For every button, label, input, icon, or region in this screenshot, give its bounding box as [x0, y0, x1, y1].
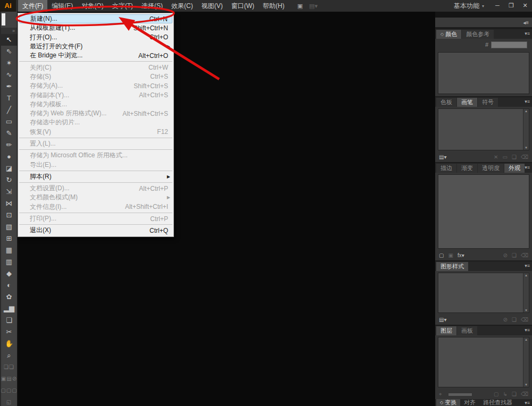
blob-brush-tool[interactable]: ● — [1, 151, 17, 163]
new-brush-icon[interactable]: ❏ — [512, 153, 517, 162]
color-none-buttons[interactable]: ▣▤⊘ — [1, 373, 17, 385]
color-content-area[interactable] — [438, 52, 529, 94]
blend-tool[interactable]: ◐ — [1, 280, 17, 291]
hex-input[interactable] — [491, 41, 527, 48]
menu-item-new[interactable]: 新建(N)...Ctrl+N — [19, 14, 172, 23]
locate-object-icon[interactable]: ⌖ — [439, 390, 442, 399]
perspective-grid-tool[interactable]: ⊞ — [1, 233, 17, 244]
screen-mode-button[interactable]: ◱ — [1, 396, 17, 406]
tab-layers[interactable]: 图层 — [436, 326, 456, 335]
menu-effect[interactable]: 效果(C) — [167, 0, 197, 12]
toolbar-grip[interactable] — [2, 13, 5, 26]
layers-content-area[interactable]: ▲▼ — [438, 337, 529, 387]
panel-menu-icon[interactable]: ▾≡ — [525, 400, 530, 405]
document-layout-menu-icon[interactable]: ▤▾ — [309, 3, 318, 10]
menu-item-save-selected-slices[interactable]: 存储选中的切片... — [18, 118, 173, 127]
panel-menu-icon[interactable]: ▾≡ — [525, 327, 530, 333]
menu-item-scripts[interactable]: 脚本(R)▶ — [18, 172, 173, 181]
menu-item-save-a-copy[interactable]: 存储副本(Y)...Alt+Ctrl+S — [18, 90, 173, 99]
magic-wand-tool[interactable]: ✶ — [1, 57, 17, 69]
free-transform-tool[interactable]: ⊡ — [1, 209, 17, 221]
arrange-documents-icon[interactable]: ▣ — [297, 3, 303, 10]
tab-graphic-styles[interactable]: 图形样式 — [436, 262, 468, 271]
paintbrush-tool[interactable]: ✎ — [1, 128, 17, 139]
zoom-tool[interactable]: ⌕ — [1, 350, 17, 361]
scale-tool[interactable]: ⇲ — [1, 186, 17, 198]
clear-appearance-icon[interactable]: ⊘ — [503, 251, 508, 260]
menu-item-open[interactable]: 打开(O)...Ctrl+O — [18, 33, 173, 42]
scroll-up-icon[interactable]: ▲ — [525, 274, 528, 277]
panel-menu-icon[interactable]: ▾≡ — [525, 31, 530, 36]
menu-item-file-info[interactable]: 文件信息(I)...Alt+Shift+Ctrl+I — [18, 202, 173, 212]
menu-type[interactable]: 文字(T) — [108, 0, 137, 12]
style-libraries-icon[interactable]: ▤▾ — [439, 315, 446, 325]
menu-item-exit[interactable]: 退出(X)Ctrl+Q — [18, 226, 173, 235]
menu-item-close[interactable]: 关闭(C)Ctrl+W — [18, 63, 173, 72]
make-mask-icon[interactable]: ▢ — [494, 390, 498, 399]
slice-tool[interactable]: ✂ — [1, 326, 17, 338]
tab-gradient[interactable]: 渐变 — [457, 164, 477, 173]
tab-stroke[interactable]: 描边 — [436, 164, 456, 173]
break-link-icon[interactable]: ⊘ — [503, 315, 508, 325]
eraser-tool[interactable]: ◪ — [1, 163, 17, 174]
selection-tool[interactable]: ↖ — [1, 34, 17, 46]
menu-object[interactable]: 对象(O) — [77, 0, 107, 12]
delete-brush-icon[interactable]: ⌫ — [521, 153, 528, 162]
scroll-up-icon[interactable]: ▲ — [525, 109, 528, 113]
tab-brushes[interactable]: 画笔 — [457, 98, 477, 107]
menu-file[interactable]: 文件(F) — [18, 0, 47, 12]
brush-libraries-icon[interactable]: ▤▾ — [439, 153, 446, 162]
artboard-tool[interactable]: ❏ — [1, 315, 17, 326]
styles-content-area[interactable]: ▲▼ — [438, 273, 529, 313]
lasso-tool[interactable]: ∿ — [1, 69, 17, 81]
menu-item-document-color-mode[interactable]: 文档颜色模式(M)▶ — [18, 193, 173, 202]
delete-style-icon[interactable]: ⌫ — [521, 315, 528, 325]
remove-brush-stroke-icon[interactable]: ✕ — [494, 153, 498, 162]
rectangle-tool[interactable]: ▭ — [1, 116, 17, 128]
scroll-up-icon[interactable]: ▲ — [525, 338, 528, 341]
direct-selection-tool[interactable]: ⇖ — [1, 46, 17, 57]
panel-menu-icon[interactable]: ▾≡ — [525, 99, 530, 104]
width-tool[interactable]: ⋈ — [1, 198, 17, 209]
gradient-tool[interactable]: ▥ — [1, 256, 17, 268]
horizontal-scrollbar[interactable] — [448, 393, 472, 396]
delete-layer-icon[interactable]: ⌫ — [521, 390, 528, 399]
restore-button[interactable]: ❐ — [504, 0, 518, 12]
new-layer-icon[interactable]: ❏ — [512, 390, 517, 399]
menu-item-export[interactable]: 导出(E)... — [18, 160, 173, 169]
add-effect-icon[interactable]: fx▾ — [458, 251, 464, 260]
pen-tool[interactable]: ✒ — [1, 81, 17, 92]
menu-item-save-for-web[interactable]: 存储为 Web 所用格式(W)...Alt+Shift+Ctrl+S — [18, 109, 173, 118]
scroll-down-icon[interactable]: ▼ — [525, 383, 528, 386]
tab-color[interactable]: ◇颜色 — [436, 30, 461, 39]
rotate-tool[interactable]: ↻ — [1, 174, 17, 186]
tab-appearance[interactable]: 外观 — [504, 164, 525, 173]
delete-item-icon[interactable]: ⌫ — [521, 251, 528, 260]
menu-item-save-for-office[interactable]: 存储为 Microsoft Office 所用格式... — [18, 151, 173, 160]
hand-tool[interactable]: ✋ — [1, 338, 17, 350]
type-tool[interactable]: T — [1, 92, 17, 104]
fill-stroke-indicator[interactable]: ❏❏ — [1, 361, 17, 373]
duplicate-item-icon[interactable]: ❏ — [512, 251, 517, 260]
eyedropper-tool[interactable]: ◆ — [1, 268, 17, 280]
brush-options-icon[interactable]: ▭ — [502, 153, 507, 162]
tab-color-guide[interactable]: 颜色参考 — [462, 30, 494, 39]
tab-swatches[interactable]: 色板 — [436, 98, 456, 107]
menu-item-place[interactable]: 置入(L)... — [18, 139, 173, 148]
minimize-button[interactable]: ─ — [491, 0, 504, 12]
drawing-mode-buttons[interactable]: ▢▢▢ — [1, 385, 17, 396]
panel-menu-icon[interactable]: ▾≡ — [525, 263, 530, 268]
line-segment-tool[interactable]: ╱ — [1, 104, 17, 116]
menu-select[interactable]: 选择(S) — [137, 0, 167, 12]
column-graph-tool[interactable]: ▂▆ — [1, 303, 17, 315]
symbol-sprayer-tool[interactable]: ✿ — [1, 291, 17, 303]
menu-item-document-setup[interactable]: 文档设置(D)...Alt+Ctrl+P — [18, 184, 173, 193]
scroll-down-icon[interactable]: ▼ — [525, 146, 528, 149]
close-button[interactable]: ✕ — [518, 0, 532, 12]
menu-item-revert[interactable]: 恢复(V)F12 — [18, 128, 173, 137]
menu-view[interactable]: 视图(V) — [197, 0, 227, 12]
collapse-dock-icon[interactable]: ◂≡ — [523, 20, 529, 26]
menu-item-save-as-template[interactable]: 存储为模板... — [18, 100, 173, 109]
new-fill-icon[interactable]: ▣ — [448, 251, 453, 260]
vertical-scrollbar[interactable]: ▲▼ — [523, 273, 529, 312]
